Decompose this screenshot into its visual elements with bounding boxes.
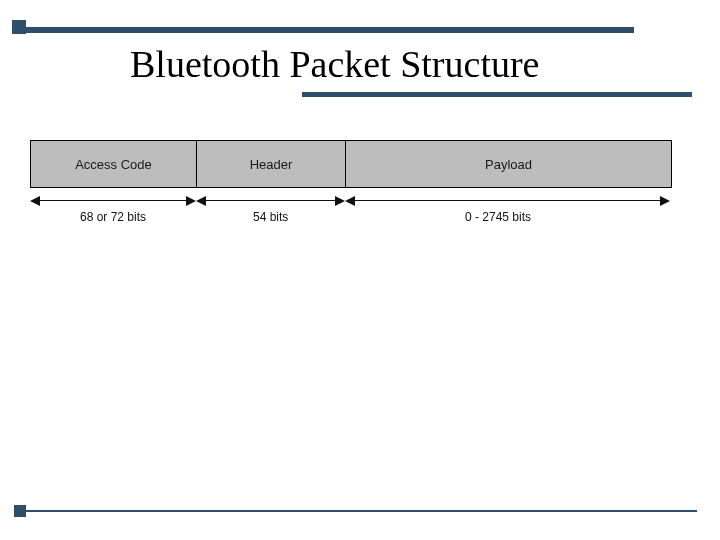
title-top-bar [24,27,634,33]
arrow-line [40,200,186,201]
size-label-header: 54 bits [253,210,288,224]
arrow-right-icon [186,196,196,206]
segment-label: Access Code [75,157,152,172]
page-title: Bluetooth Packet Structure [130,42,539,86]
title-sub-bar [302,92,692,97]
segment-label: Payload [485,157,532,172]
footer-bar [22,510,697,512]
segment-label: Header [250,157,293,172]
arrow-line [206,200,335,201]
accent-bottom-square [14,505,26,517]
size-label-access-code: 68 or 72 bits [80,210,146,224]
size-label-payload: 0 - 2745 bits [465,210,531,224]
measure-row: 68 or 72 bits 54 bits 0 - 2745 bits [30,194,670,224]
arrow-left-icon [30,196,40,206]
packet-diagram: Access Code Header Payload 68 or 72 bits… [30,140,670,224]
packet-row: Access Code Header Payload [30,140,672,188]
arrow-right-icon [335,196,345,206]
segment-access-code: Access Code [31,141,197,187]
arrow-right-icon [660,196,670,206]
arrow-left-icon [345,196,355,206]
segment-header: Header [197,141,346,187]
segment-payload: Payload [346,141,671,187]
arrow-left-icon [196,196,206,206]
arrow-line [355,200,660,201]
